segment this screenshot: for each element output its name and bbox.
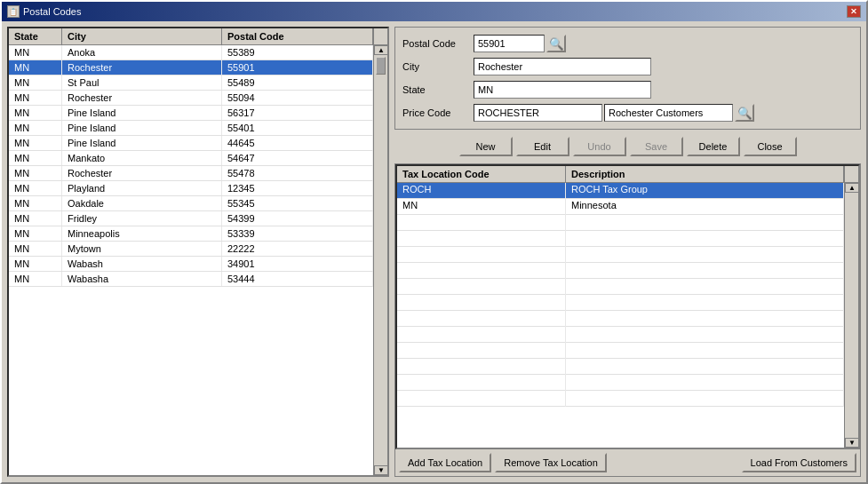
action-toolbar: New Edit Undo Save Delete Close [394,133,861,160]
close-button[interactable]: Close [744,137,797,156]
tax-scrollbar[interactable]: ▲ ▼ [844,183,858,448]
cell-state: MN [9,196,62,210]
cell-postal: 55401 [222,121,373,135]
tax-scroll-up[interactable]: ▲ [845,183,858,193]
table-row[interactable]: MN Minneapolis 53339 [9,226,373,242]
scroll-up-arrow[interactable]: ▲ [374,45,387,55]
tax-section: Tax Location Code Description ROCH ROCH … [394,163,861,477]
tax-table-row-empty [397,359,844,375]
window-title: Postal Codes [23,6,81,17]
table-row[interactable]: MN Playland 12345 [9,181,373,196]
price-code-name-input[interactable] [604,104,733,122]
cell-state: MN [9,226,62,241]
main-window: 📋 Postal Codes ✕ State City Postal Code [0,0,868,484]
cell-state: MN [9,106,62,120]
tax-table[interactable]: Tax Location Code Description ROCH ROCH … [395,164,860,449]
cell-city: Wabash [62,257,222,271]
table-row[interactable]: MN Wabasha 53444 [9,272,373,287]
cell-postal: 54647 [222,151,373,165]
tax-cell-empty-desc [566,263,844,279]
price-code-input[interactable] [474,104,602,122]
list-header: State City Postal Code [9,28,373,45]
tax-cell-empty-code [397,215,566,231]
cell-city: Rochester [62,91,222,105]
tax-cell-empty-code [397,247,566,263]
tax-scroll-track[interactable] [845,193,858,438]
postal-code-list[interactable]: State City Postal Code MN Anoka 55389 MN… [7,27,389,477]
scroll-track[interactable] [374,55,387,465]
cell-state: MN [9,45,62,60]
remove-tax-location-button[interactable]: Remove Tax Location [495,453,607,472]
tax-header-scroll-spacer [844,166,858,183]
postal-code-row: Postal Code 🔍 [402,35,853,52]
add-tax-location-button[interactable]: Add Tax Location [399,453,491,472]
table-row[interactable]: MN Mankato 54647 [9,151,373,166]
new-button[interactable]: New [459,137,513,156]
list-body[interactable]: MN Anoka 55389 MN Rochester 55901 MN St … [9,45,373,475]
binoculars-icon: 🔍 [549,37,564,51]
cell-state: MN [9,121,62,135]
cell-state: MN [9,60,62,75]
cell-city: Pine Island [62,136,222,150]
postal-search-button[interactable]: 🔍 [546,35,566,52]
cell-postal: 55094 [222,91,373,105]
cell-city: Mankato [62,151,222,165]
table-row[interactable]: MN Rochester 55478 [9,166,373,181]
cell-state: MN [9,136,62,150]
tax-col-header-desc[interactable]: Description [566,166,844,182]
cell-state: MN [9,211,62,226]
tax-body[interactable]: ROCH ROCH Tax Group MN Minnesota [397,183,844,448]
city-input[interactable] [474,58,651,75]
table-row[interactable]: MN Wabash 34901 [9,257,373,272]
tax-cell-empty-desc [566,247,844,263]
table-row[interactable]: MN Pine Island 55401 [9,121,373,136]
city-label: City [402,61,474,72]
tax-table-row-empty [397,343,844,359]
scroll-thumb[interactable] [376,57,386,75]
list-scrollbar[interactable]: ▲ ▼ [373,45,387,475]
cell-city: Oakdale [62,196,222,210]
postal-code-input[interactable] [474,35,545,52]
load-from-customers-button[interactable]: Load From Customers [742,453,856,472]
table-row[interactable]: MN Rochester 55901 [9,60,373,75]
save-button[interactable]: Save [630,137,683,156]
table-row[interactable]: MN Fridley 54399 [9,211,373,226]
postal-code-label: Postal Code [402,38,474,49]
table-row[interactable]: MN St Paul 55489 [9,75,373,91]
cell-postal: 34901 [222,257,373,271]
title-bar: 📋 Postal Codes ✕ [2,2,866,21]
price-code-search-button[interactable]: 🔍 [735,104,754,122]
cell-postal: 55901 [222,60,373,75]
table-row[interactable]: MN Pine Island 56317 [9,106,373,121]
tax-cell-empty-code [397,263,566,279]
col-header-state[interactable]: State [9,28,62,44]
price-search-icon: 🔍 [737,107,753,120]
table-row[interactable]: MN Mytown 22222 [9,242,373,257]
tax-cell-empty-code [397,279,566,295]
tax-table-row-empty [397,311,844,327]
tax-cell-empty-desc [566,375,844,391]
table-row[interactable]: MN Oakdale 55345 [9,196,373,211]
edit-button[interactable]: Edit [516,137,569,156]
tax-cell-code: MN [397,199,566,215]
table-row[interactable]: MN Anoka 55389 [9,45,373,60]
tax-cell-empty-code [397,311,566,327]
tax-scroll-down[interactable]: ▼ [845,438,858,448]
header-scroll-spacer [373,28,387,45]
tax-table-row[interactable]: MN Minnesota [397,199,844,215]
table-row[interactable]: MN Pine Island 44645 [9,136,373,151]
tax-cell-empty-desc [566,215,844,231]
tax-table-row[interactable]: ROCH ROCH Tax Group [397,183,844,199]
delete-button[interactable]: Delete [687,137,740,156]
col-header-city[interactable]: City [62,28,222,44]
scroll-down-arrow[interactable]: ▼ [374,465,387,475]
col-header-postal[interactable]: Postal Code [222,28,373,44]
tax-table-row-empty [397,279,844,295]
close-window-button[interactable]: ✕ [847,5,861,18]
undo-button[interactable]: Undo [573,137,626,156]
table-row[interactable]: MN Rochester 55094 [9,91,373,106]
tax-header: Tax Location Code Description [397,166,844,183]
tax-cell-empty-code [397,375,566,391]
tax-col-header-code[interactable]: Tax Location Code [397,166,566,182]
state-input[interactable] [474,81,651,99]
